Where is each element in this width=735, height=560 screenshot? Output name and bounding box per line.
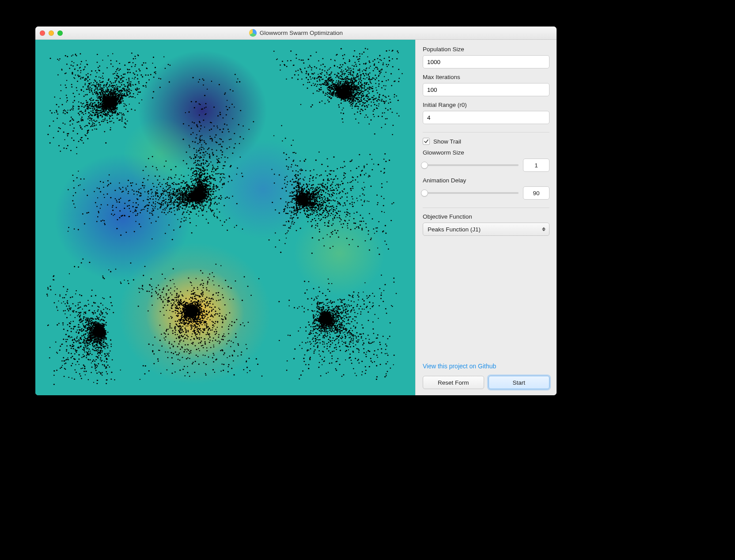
anim-delay-slider[interactable] xyxy=(423,188,519,198)
svg-point-19276 xyxy=(81,120,82,121)
svg-point-19902 xyxy=(212,152,213,153)
svg-point-10125 xyxy=(165,336,167,337)
svg-point-22214 xyxy=(138,91,139,93)
svg-point-21538 xyxy=(67,302,68,303)
svg-point-12593 xyxy=(200,104,201,105)
svg-point-2482 xyxy=(312,191,313,192)
svg-point-21963 xyxy=(346,90,347,91)
svg-point-21850 xyxy=(315,338,316,340)
svg-point-21718 xyxy=(303,358,304,359)
svg-point-23023 xyxy=(193,302,195,303)
svg-point-6822 xyxy=(318,74,318,75)
svg-point-21514 xyxy=(178,296,180,297)
svg-point-945 xyxy=(319,102,320,103)
svg-point-18859 xyxy=(91,295,92,297)
close-icon[interactable] xyxy=(40,30,45,36)
svg-point-18812 xyxy=(322,91,324,92)
svg-point-11500 xyxy=(48,325,49,326)
svg-point-4746 xyxy=(187,325,189,326)
svg-point-19275 xyxy=(70,120,71,121)
svg-point-22317 xyxy=(304,292,306,294)
svg-point-9474 xyxy=(129,79,130,81)
svg-point-12541 xyxy=(75,364,76,365)
svg-point-4898 xyxy=(370,79,371,80)
svg-point-918 xyxy=(74,378,75,380)
svg-point-1030 xyxy=(181,203,182,204)
zoom-icon[interactable] xyxy=(57,30,63,36)
svg-point-10673 xyxy=(319,187,320,188)
minimize-icon[interactable] xyxy=(49,30,54,36)
svg-point-21915 xyxy=(99,325,100,326)
svg-point-5494 xyxy=(286,79,287,79)
svg-point-4637 xyxy=(76,290,77,291)
r0-input[interactable] xyxy=(423,111,549,124)
svg-point-142 xyxy=(367,94,368,95)
svg-point-20005 xyxy=(312,205,314,206)
svg-point-10591 xyxy=(144,187,145,189)
svg-point-15822 xyxy=(322,194,323,195)
svg-point-23290 xyxy=(194,309,196,310)
svg-point-22108 xyxy=(386,313,387,314)
svg-point-18807 xyxy=(295,71,296,72)
svg-point-15223 xyxy=(205,160,207,161)
github-link[interactable]: View this project on Github xyxy=(423,363,549,370)
svg-point-12099 xyxy=(136,71,137,72)
svg-point-15998 xyxy=(100,303,102,304)
svg-point-16675 xyxy=(226,114,227,116)
population-input[interactable] xyxy=(423,55,549,68)
svg-point-22321 xyxy=(317,315,318,316)
svg-point-8614 xyxy=(60,294,61,295)
svg-point-20112 xyxy=(321,197,322,198)
svg-point-12283 xyxy=(168,334,169,335)
svg-point-19070 xyxy=(222,319,224,320)
svg-point-22423 xyxy=(76,350,77,351)
svg-point-21097 xyxy=(105,356,106,357)
svg-point-22057 xyxy=(229,107,230,108)
svg-point-21720 xyxy=(309,341,311,343)
svg-point-815 xyxy=(140,74,142,76)
svg-point-17404 xyxy=(210,298,212,299)
svg-point-3596 xyxy=(378,221,379,223)
svg-point-10022 xyxy=(354,106,356,107)
svg-point-11423 xyxy=(179,227,181,228)
svg-point-17328 xyxy=(102,316,104,318)
svg-point-22505 xyxy=(314,323,316,324)
svg-point-15846 xyxy=(294,182,296,182)
svg-point-3882 xyxy=(80,375,81,377)
svg-point-21692 xyxy=(196,101,197,102)
svg-point-15635 xyxy=(246,348,248,349)
svg-point-15506 xyxy=(306,72,307,72)
svg-point-16882 xyxy=(233,299,234,300)
svg-point-18316 xyxy=(356,106,357,107)
svg-point-11038 xyxy=(298,189,299,191)
glowworm-size-slider[interactable] xyxy=(423,160,519,170)
svg-point-7941 xyxy=(346,211,348,212)
start-button[interactable]: Start xyxy=(489,376,550,389)
svg-point-3910 xyxy=(66,349,67,350)
svg-point-4350 xyxy=(398,115,400,117)
svg-point-2972 xyxy=(76,177,78,178)
svg-point-12281 xyxy=(152,350,153,352)
svg-point-1128 xyxy=(349,343,350,344)
svg-point-19924 xyxy=(62,324,64,325)
svg-point-15036 xyxy=(300,375,302,376)
svg-point-20350 xyxy=(198,316,199,317)
maxiter-input[interactable] xyxy=(423,83,549,96)
reset-button[interactable]: Reset Form xyxy=(423,376,484,389)
objective-select[interactable]: Peaks Function (J1) xyxy=(423,223,549,236)
svg-point-13216 xyxy=(393,202,394,204)
svg-point-9473 xyxy=(129,69,130,70)
svg-point-15114 xyxy=(366,295,368,297)
svg-point-5991 xyxy=(303,180,305,181)
svg-point-20653 xyxy=(375,67,376,68)
svg-point-2194 xyxy=(362,299,364,300)
svg-point-20730 xyxy=(236,203,238,204)
svg-point-6538 xyxy=(359,102,360,103)
svg-point-18261 xyxy=(288,213,289,214)
svg-point-2323 xyxy=(295,153,296,154)
svg-point-16234 xyxy=(355,64,356,65)
svg-point-21801 xyxy=(110,86,112,87)
svg-point-19795 xyxy=(330,170,331,171)
show-trail-checkbox[interactable] xyxy=(423,138,430,145)
svg-point-21645 xyxy=(96,91,98,93)
